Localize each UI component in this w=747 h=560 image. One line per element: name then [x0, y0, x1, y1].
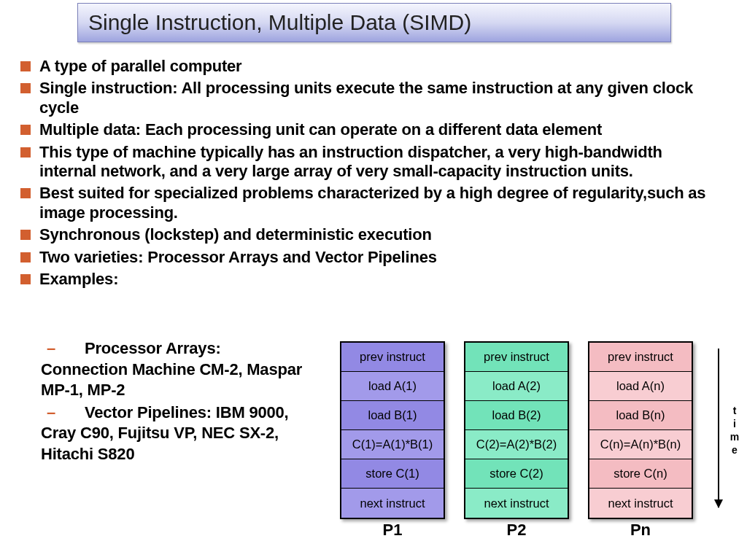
- sub-body: Connection Machine CM-2, Maspar MP-1, MP…: [41, 359, 333, 401]
- instruction-cell: load A(2): [465, 372, 568, 401]
- sub-item: –Processor Arrays: Connection Machine CM…: [41, 338, 333, 401]
- dash-icon: –: [41, 402, 61, 424]
- time-arrow-icon: [718, 349, 719, 508]
- instruction-cell: prev instruct: [589, 343, 692, 372]
- sub-label: Vector Pipelines: IBM 9000,: [61, 403, 289, 421]
- simd-diagram: prev instruct load A(1) load B(1) C(1)=A…: [340, 341, 693, 540]
- sub-item: –Vector Pipelines: IBM 9000, Cray C90, F…: [41, 402, 333, 465]
- processor-label: Pn: [630, 521, 651, 540]
- instruction-stack: prev instruct load A(n) load B(n) C(n)=A…: [588, 341, 693, 519]
- processor-column: prev instruct load A(2) load B(2) C(2)=A…: [464, 341, 569, 540]
- instruction-cell: next instruct: [465, 489, 568, 518]
- instruction-cell: load B(2): [465, 401, 568, 430]
- instruction-cell: C(1)=A(1)*B(1): [341, 430, 444, 459]
- sub-label: Processor Arrays:: [61, 339, 221, 357]
- bullet-item: Synchronous (lockstep) and deterministic…: [19, 225, 719, 244]
- instruction-cell: C(n)=A(n)*B(n): [589, 430, 692, 459]
- sub-body: Cray C90, Fujitsu VP, NEC SX-2, Hitachi …: [41, 423, 333, 464]
- instruction-cell: store C(n): [589, 459, 692, 489]
- bullet-item: Two varieties: Processor Arrays and Vect…: [19, 248, 719, 267]
- instruction-cell: load B(1): [341, 401, 444, 430]
- processor-column: prev instruct load A(n) load B(n) C(n)=A…: [588, 341, 693, 540]
- instruction-cell: C(2)=A(2)*B(2): [465, 430, 568, 459]
- instruction-cell: prev instruct: [465, 343, 568, 372]
- instruction-cell: next instruct: [589, 489, 692, 518]
- time-axis-label: time: [729, 405, 740, 457]
- instruction-cell: store C(2): [465, 459, 568, 489]
- bullet-item: Best suited for specialized problems cha…: [19, 184, 719, 222]
- instruction-cell: load B(n): [589, 401, 692, 430]
- instruction-cell: next instruct: [341, 489, 444, 518]
- bullet-list: A type of parallel computer Single instr…: [19, 57, 719, 292]
- bullet-item: Multiple data: Each processing unit can …: [19, 120, 719, 139]
- instruction-cell: store C(1): [341, 459, 444, 489]
- instruction-cell: prev instruct: [341, 343, 444, 372]
- slide-title-bar: Single Instruction, Multiple Data (SIMD): [77, 3, 671, 42]
- bullet-item: This type of machine typically has an in…: [19, 143, 719, 182]
- processor-label: P1: [383, 521, 403, 540]
- instruction-cell: load A(n): [589, 372, 692, 401]
- instruction-stack: prev instruct load A(1) load B(1) C(1)=A…: [340, 341, 445, 519]
- bullet-item: Single instruction: All processing units…: [19, 79, 719, 117]
- dash-icon: –: [41, 338, 61, 359]
- examples-sublist: –Processor Arrays: Connection Machine CM…: [41, 338, 333, 465]
- instruction-cell: load A(1): [341, 372, 444, 401]
- instruction-stack: prev instruct load A(2) load B(2) C(2)=A…: [464, 341, 569, 519]
- bullet-item: A type of parallel computer: [19, 57, 719, 76]
- slide-title: Single Instruction, Multiple Data (SIMD): [88, 10, 471, 35]
- processor-column: prev instruct load A(1) load B(1) C(1)=A…: [340, 341, 445, 540]
- bullet-item: Examples:: [19, 270, 719, 289]
- processor-label: P2: [507, 521, 527, 540]
